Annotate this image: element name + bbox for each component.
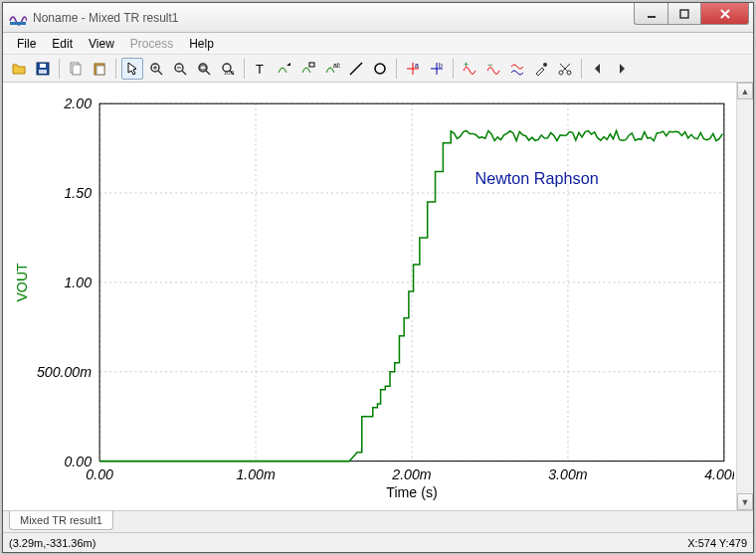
menu-help[interactable]: Help <box>181 35 222 53</box>
label-tool-button[interactable] <box>274 58 295 80</box>
next-icon <box>614 61 630 77</box>
circle-tool-button[interactable] <box>369 58 391 80</box>
cursor-a-button[interactable]: a <box>402 58 424 80</box>
svg-text:2.00: 2.00 <box>63 95 92 111</box>
next-button[interactable] <box>611 58 633 80</box>
window-title: Noname - Mixed TR result1 <box>33 11 634 25</box>
svg-text:VOUT: VOUT <box>14 263 30 302</box>
remove-curve-icon: − <box>485 61 501 77</box>
remove-curve-button[interactable]: − <box>482 58 504 80</box>
chart[interactable]: 0.001.00m2.00m3.00m4.00m0.00500.00m1.001… <box>9 89 734 521</box>
svg-text:100: 100 <box>224 70 235 76</box>
prev-button[interactable] <box>587 58 609 80</box>
zoom-100-button[interactable]: 100 <box>217 58 239 80</box>
close-icon <box>719 8 731 20</box>
scroll-up-button[interactable]: ▲ <box>737 83 753 99</box>
separator <box>59 59 60 79</box>
separator <box>396 59 397 79</box>
svg-rect-7 <box>73 65 81 75</box>
save-button[interactable] <box>32 58 54 80</box>
legend-tool-icon <box>300 61 316 77</box>
menu-view[interactable]: View <box>81 35 122 53</box>
eyedropper-icon <box>533 61 549 77</box>
cut-button[interactable] <box>554 58 576 80</box>
content-area: 0.001.00m2.00m3.00m4.00m0.00500.00m1.001… <box>3 83 753 510</box>
titlebar: Noname - Mixed TR result1 <box>3 3 753 33</box>
status-pixel-coords: X:574 Y:479 <box>687 537 747 549</box>
curve-label-button[interactable]: ab <box>321 58 343 80</box>
scroll-track[interactable] <box>737 99 753 493</box>
svg-rect-1 <box>648 16 656 18</box>
maximize-button[interactable] <box>667 3 701 25</box>
circle-tool-icon <box>372 61 388 77</box>
menu-edit[interactable]: Edit <box>44 35 81 53</box>
svg-line-18 <box>206 71 210 75</box>
menu-file[interactable]: File <box>9 35 44 53</box>
line-tool-button[interactable] <box>345 58 367 80</box>
svg-point-27 <box>375 64 385 74</box>
svg-rect-19 <box>200 66 206 70</box>
toolbar: 100 T ab a b + − <box>3 55 753 83</box>
close-button[interactable] <box>701 3 749 25</box>
legend-tool-button[interactable] <box>297 58 319 80</box>
svg-line-11 <box>158 71 162 75</box>
svg-text:+: + <box>464 61 469 70</box>
vertical-scrollbar[interactable]: ▲ ▼ <box>736 83 753 510</box>
paste-button[interactable] <box>89 58 110 80</box>
pointer-icon <box>124 61 140 77</box>
zoom-fit-icon <box>196 61 212 77</box>
status-cursor-coords: (3.29m,-331.36m) <box>9 537 95 549</box>
svg-text:a: a <box>415 62 419 69</box>
zoom-in-button[interactable] <box>145 58 167 80</box>
svg-text:−: − <box>487 61 492 70</box>
svg-text:1.50: 1.50 <box>64 185 92 201</box>
zoom-fit-button[interactable] <box>193 58 215 80</box>
separator <box>581 59 582 79</box>
open-button[interactable] <box>8 58 30 80</box>
copy-icon <box>68 61 84 77</box>
svg-rect-5 <box>39 70 47 74</box>
window-buttons <box>634 3 753 32</box>
svg-text:1.00: 1.00 <box>64 275 92 290</box>
copy-button[interactable] <box>65 58 87 80</box>
plot-wrap: 0.001.00m2.00m3.00m4.00m0.00500.00m1.001… <box>3 83 736 510</box>
minimize-button[interactable] <box>634 3 667 25</box>
eyedropper-button[interactable] <box>530 58 552 80</box>
prev-icon <box>590 61 606 77</box>
cursor-a-icon: a <box>405 61 421 77</box>
svg-text:Time (s): Time (s) <box>386 484 437 500</box>
text-tool-button[interactable]: T <box>250 58 272 80</box>
separator <box>453 59 454 79</box>
svg-text:4.00m: 4.00m <box>704 466 734 482</box>
zoom-in-icon <box>148 61 164 77</box>
zoom-100-icon: 100 <box>220 61 236 77</box>
separate-curves-button[interactable] <box>506 58 528 80</box>
app-window: Noname - Mixed TR result1 File Edit View… <box>2 2 754 553</box>
svg-rect-9 <box>96 66 104 75</box>
add-curve-icon: + <box>462 61 477 77</box>
svg-text:0.00: 0.00 <box>64 454 92 469</box>
maximize-icon <box>679 9 689 19</box>
separator <box>244 59 245 79</box>
svg-text:T: T <box>256 62 264 77</box>
curve-label-icon: ab <box>324 61 340 77</box>
svg-line-26 <box>350 63 362 75</box>
svg-text:1.00m: 1.00m <box>236 466 276 482</box>
svg-text:3.00m: 3.00m <box>548 466 588 482</box>
zoom-out-button[interactable] <box>169 58 191 80</box>
pointer-button[interactable] <box>121 58 143 80</box>
add-curve-button[interactable]: + <box>459 58 480 80</box>
svg-text:b: b <box>439 62 443 69</box>
zoom-out-icon <box>172 61 188 77</box>
menubar: File Edit View Process Help <box>3 33 753 55</box>
cursor-b-button[interactable]: b <box>426 58 448 80</box>
svg-text:ab: ab <box>333 62 340 69</box>
menu-process: Process <box>122 35 181 53</box>
cursor-b-icon: b <box>429 61 445 77</box>
svg-line-15 <box>182 71 186 75</box>
scroll-down-button[interactable]: ▼ <box>737 493 753 510</box>
scissors-icon <box>557 61 573 77</box>
separate-curves-icon <box>509 61 525 77</box>
save-icon <box>35 61 51 77</box>
separator <box>115 59 116 79</box>
